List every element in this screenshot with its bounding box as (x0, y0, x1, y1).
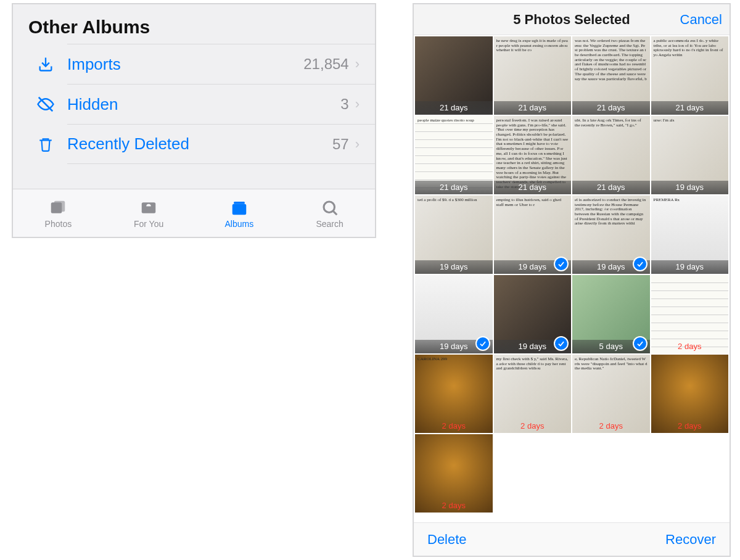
list-item-hidden[interactable]: Hidden 3 › (67, 84, 375, 124)
thumb-content-text: ted a profit of $9. d a $300 million (417, 198, 477, 203)
hidden-icon (36, 95, 55, 113)
list-item-count: 3 (340, 96, 348, 113)
svg-rect-2 (54, 200, 65, 212)
days-remaining-label: 19 days (651, 260, 729, 274)
delete-button[interactable]: Delete (427, 532, 467, 548)
days-remaining-label: 21 days (494, 101, 572, 115)
recently-deleted-selection-panel: 5 Photos Selected Cancel Despite Big Hou… (413, 3, 731, 557)
cancel-button[interactable]: Cancel (680, 12, 722, 28)
days-remaining-label: 2 days (651, 419, 729, 433)
tab-photos[interactable]: Photos (13, 189, 104, 237)
selected-check-icon (554, 336, 569, 351)
tab-albums[interactable]: Albums (194, 189, 285, 237)
thumb-content-text: CAROLINA 299 (417, 357, 447, 362)
days-remaining-label: 21 days (572, 101, 650, 115)
photo-thumb[interactable]: el is authorized to conduct the investig… (572, 196, 650, 274)
albums-icon (229, 198, 249, 218)
list-item-label: Recently Deleted (67, 134, 332, 154)
days-remaining-label: 2 days (651, 340, 729, 353)
tab-bar: Photos For You Albums Search (13, 189, 375, 237)
selected-check-icon (554, 257, 569, 271)
search-icon (320, 198, 340, 218)
photo-thumb[interactable]: ubt. In a late Aug ork Times, for ins of… (572, 116, 650, 194)
photo-thumb[interactable]: was not. We ordered two pizzas from the … (572, 36, 650, 115)
photos-icon (48, 198, 68, 218)
days-remaining-label: 21 days (415, 181, 493, 194)
tab-search[interactable]: Search (284, 189, 375, 237)
selection-toolbar: Delete Recover (414, 522, 730, 556)
photo-thumb[interactable]: personal freedom. I was raised around pe… (494, 116, 572, 194)
days-remaining-label: 21 days (651, 101, 729, 115)
photo-thumb[interactable]: my first check with $ y," said Ms. River… (494, 355, 572, 433)
photo-thumb[interactable]: 19 days (415, 275, 493, 353)
days-remaining-label: 2 days (572, 419, 650, 433)
photo-thumb[interactable]: CAROLINA 2992 days (415, 355, 493, 433)
photo-thumb[interactable]: 2 days (651, 355, 729, 433)
selected-check-icon (475, 336, 490, 351)
photo-thumb[interactable]: a public accommoda ess I do. y white tri… (651, 36, 729, 115)
other-albums-heading: Other Albums (13, 4, 375, 44)
list-item-count: 57 (332, 136, 349, 153)
photo-thumb[interactable]: he new drug is expe ugh it is made of pe… (494, 36, 572, 115)
days-remaining-label: 2 days (415, 419, 493, 433)
photo-thumb[interactable]: 2 days (651, 275, 729, 353)
photo-thumb[interactable]: e, Republican Natio IcDaniel, tweeted W … (572, 355, 650, 433)
albums-other-panel: Other Albums Imports 21,854 › Hidden 3 ›… (12, 3, 376, 238)
tab-label: Search (316, 219, 343, 229)
svg-rect-5 (234, 202, 245, 204)
other-albums-list: Imports 21,854 › Hidden 3 › Recently Del… (13, 44, 375, 164)
thumb-content-text: was not. We ordered two pizzas from the … (575, 39, 648, 81)
days-remaining-label: 21 days (415, 101, 493, 115)
days-remaining-label: 2 days (494, 419, 572, 433)
days-remaining-label: 21 days (572, 181, 650, 194)
photo-thumb[interactable]: ted a profit of $9. d a $300 million19 d… (415, 196, 493, 274)
thumb-content-text: empting to illus hutdown, said o ghed st… (496, 198, 569, 207)
foryou-icon (139, 198, 158, 218)
selection-header: 5 Photos Selected Cancel (414, 4, 730, 35)
photo-grid: Despite Big House Losses, G.O.P. Shows N… (414, 35, 730, 522)
thumb-content-text: e, Republican Natio IcDaniel, tweeted W … (575, 357, 648, 371)
chevron-right-icon: › (355, 96, 360, 112)
thumb-content-text: people maize quotes risotto soup (417, 118, 474, 123)
photo-thumb[interactable]: Despite Big House Losses, G.O.P. Shows N… (415, 36, 493, 115)
list-item-imports[interactable]: Imports 21,854 › (67, 44, 375, 84)
svg-rect-4 (232, 204, 247, 215)
thumb-content-text: PREMERA Rx (654, 198, 680, 203)
thumb-content-text: Despite Big House Losses, G.O.P. Shows N… (417, 39, 490, 48)
photo-thumb[interactable]: 5 days (572, 275, 650, 353)
photo-thumb[interactable]: urse: I'm als19 days (651, 116, 729, 194)
photo-thumb[interactable]: empting to illus hutdown, said o ghed st… (494, 196, 572, 274)
svg-point-6 (324, 202, 335, 213)
tab-label: Albums (225, 219, 254, 229)
chevron-right-icon: › (355, 136, 360, 152)
thumb-content-text: el is authorized to conduct the investig… (575, 198, 648, 226)
tab-label: Photos (45, 219, 72, 229)
trash-icon (36, 135, 55, 154)
recover-button[interactable]: Recover (665, 532, 716, 548)
list-item-recently-deleted[interactable]: Recently Deleted 57 › (67, 124, 375, 164)
thumb-content-text: urse: I'm als (654, 118, 675, 123)
list-item-label: Hidden (67, 95, 340, 114)
list-item-label: Imports (67, 55, 303, 74)
thumb-content-text: my first check with $ y," said Ms. River… (496, 357, 569, 371)
list-item-count: 21,854 (303, 56, 348, 73)
days-remaining-label: 19 days (651, 181, 729, 194)
thumb-content-text: ubt. In a late Aug ork Times, for ins of… (575, 118, 648, 128)
photo-thumb[interactable]: people maize quotes risotto soup21 days (415, 116, 493, 194)
tab-for-you[interactable]: For You (104, 189, 194, 237)
photo-thumb[interactable]: PREMERA Rx19 days (651, 196, 729, 274)
selected-check-icon (633, 336, 648, 351)
photo-thumb[interactable]: 2 days (415, 434, 493, 513)
thumb-content-text: a public accommoda ess I do. y white tri… (654, 39, 726, 58)
import-icon (36, 55, 55, 73)
days-remaining-label: 2 days (415, 499, 493, 513)
selected-check-icon (633, 257, 648, 271)
thumb-content-text: he new drug is expe ugh it is made of pe… (496, 39, 569, 53)
days-remaining-label: 19 days (415, 260, 493, 274)
photo-thumb[interactable]: Are people wired to beat up robots? INSI… (494, 275, 572, 353)
chevron-right-icon: › (355, 56, 360, 72)
tab-label: For You (134, 219, 163, 229)
thumb-content-text: Are people wired to beat up robots? INSI… (496, 278, 569, 292)
days-remaining-label: 21 days (494, 181, 572, 194)
svg-line-7 (333, 211, 337, 215)
